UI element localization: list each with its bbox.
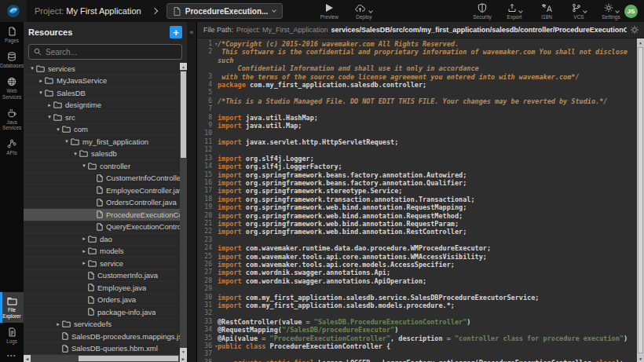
settings-button[interactable]: Settings (601, 2, 621, 20)
code-line: 2 This software is the confidential and … (197, 48, 637, 64)
tree-item-servicedefs[interactable]: ▸servicedefs (24, 319, 180, 331)
expand-arrow-icon[interactable]: ▸ (37, 78, 45, 84)
fold-marker-icon[interactable]: ▾ (214, 342, 218, 350)
tree-file-icon (62, 332, 68, 340)
search-input[interactable] (46, 48, 177, 57)
tree-item-orders-java[interactable]: Orders.java (24, 294, 180, 307)
code-text: import org.springframework.web.bind.anno… (218, 228, 637, 236)
editor-vscroll-thumb[interactable] (638, 47, 643, 353)
collapse-panel-button[interactable]: « (187, 22, 196, 36)
tree-vscroll-thumb[interactable] (181, 71, 186, 158)
code-text: Confidential Information and shall use i… (218, 64, 637, 72)
tree-item-service[interactable]: ▸service (24, 258, 180, 270)
deploy-button[interactable]: Deploy (353, 2, 374, 20)
collapse-arrow-icon[interactable]: ▾ (63, 138, 71, 144)
i18n-button[interactable]: I18N (536, 2, 557, 20)
line-number: 25 (197, 253, 218, 261)
expand-arrow-icon[interactable]: ▸ (54, 321, 62, 327)
tree-item-label: CustomerInfoController.java (106, 174, 180, 182)
expand-arrow-icon[interactable]: ▸ (80, 248, 88, 254)
settings-label: Settings (602, 14, 620, 20)
tree-item-queryexecutioncontroller-java[interactable]: QueryExecutionController.java (24, 221, 180, 234)
collapse-arrow-icon[interactable]: ▾ (71, 151, 79, 157)
collapse-arrow-icon[interactable]: ▾ (37, 90, 45, 96)
collapse-arrow-icon[interactable]: ▾ (54, 126, 62, 133)
deploy-icon-row (355, 2, 372, 13)
tree-item-dao[interactable]: ▸dao (24, 233, 180, 246)
sidebar-item-label: Logs (6, 338, 17, 344)
tree-item-com[interactable]: ▾com (24, 124, 180, 137)
code-text: import org.springframework.web.bind.anno… (218, 212, 637, 220)
tree-item-customerinfocontroller-java[interactable]: CustomerInfoController.java (24, 173, 180, 185)
scroll-right-button[interactable]: ▶ (180, 355, 187, 362)
code-text: import com.wavemaker.tools.api.core.anno… (218, 253, 637, 261)
tree-item-employeecontroller-java[interactable]: EmployeeController.java (24, 185, 180, 197)
tree-vertical-scrollbar: ▲ ▼ (180, 63, 187, 355)
sidebar-item-pages[interactable]: Pages (0, 22, 24, 47)
vcs-button[interactable]: VCS (569, 2, 589, 20)
sidebar-item-apis[interactable]: APIs (0, 134, 24, 159)
code-line: 16import org.springframework.beans.facto… (197, 179, 637, 187)
sidebar-top-group: PagesDatabasesWeb ServicesJava ServicesA… (0, 22, 24, 160)
tree-item-myjavaservice[interactable]: ▸MyJavaService (24, 75, 180, 88)
scroll-left-button[interactable]: ◀ (24, 355, 31, 362)
user-avatar[interactable]: JS (624, 5, 638, 18)
tree-item-package-info-java[interactable]: package-info.java (24, 306, 180, 319)
collapse-arrow-icon[interactable]: ▾ (28, 65, 36, 71)
tree-item-salesdb-queries-hbm-xml[interactable]: SalesDB-queries.hbm.xml (24, 343, 180, 356)
tree-hscroll-thumb[interactable] (79, 356, 178, 361)
export-button[interactable]: Export (504, 2, 525, 20)
expand-arrow-icon[interactable]: ▸ (80, 236, 88, 242)
code-text: import org.springframework.web.bind.anno… (218, 203, 637, 211)
tree-item-customerinfo-java[interactable]: CustomerInfo.java (24, 270, 180, 283)
file-path-bar: File Path: Project: My_First_Application… (197, 22, 644, 38)
expand-arrow-icon[interactable]: ▸ (80, 260, 88, 266)
tree-item-label: models (100, 247, 124, 255)
sidebar-item-web-services[interactable]: Web Services (0, 72, 24, 103)
tree-item-label: dao (100, 235, 112, 243)
code-line: 33@RestController(value = "SalesDB.Proce… (197, 318, 637, 326)
preview-button[interactable]: Preview (319, 2, 339, 20)
add-resource-button[interactable]: + (170, 26, 182, 38)
tree-item-salesdb[interactable]: ▾salesdb (24, 148, 180, 161)
tree-item-label: package-info.java (97, 308, 156, 316)
tree-item-label: src (65, 113, 75, 122)
tree-item-salesdb[interactable]: ▾SalesDB (24, 87, 180, 100)
line-number: 13 (197, 155, 218, 163)
tree-item-designtime[interactable]: ▸designtime (24, 100, 180, 112)
expand-arrow-icon[interactable]: ▸ (46, 102, 53, 108)
tree-item-controller[interactable]: ▾controller (24, 160, 180, 173)
collapse-arrow-icon[interactable]: ▾ (80, 163, 88, 169)
sidebar-more-button[interactable]: ••• (0, 348, 24, 362)
code-line: 9import java.util.Map; (197, 122, 637, 130)
editor-settings-gear-icon[interactable] (630, 25, 639, 35)
chevron-down-icon (583, 9, 587, 13)
code-text: public class ProcedureExecutionControlle… (218, 342, 637, 350)
editor-scroll-down-button[interactable]: ▼ (637, 355, 644, 362)
tree-item-services[interactable]: ▾services (24, 63, 180, 75)
globe-icon (7, 77, 16, 86)
security-button[interactable]: Security (472, 2, 492, 20)
open-file-dropdown[interactable]: ProcedureExecution... (166, 3, 284, 19)
file-tree-rows: ▾services▸MyJavaService▾SalesDB▸designti… (24, 63, 180, 355)
wavemaker-studio-window: Project: My First Application ProcedureE… (0, 0, 644, 362)
tree-item-orderscontroller-java[interactable]: OrdersController.java (24, 197, 180, 210)
tree-item-employee-java[interactable]: Employee.java (24, 282, 180, 294)
sidebar-item-java-services[interactable]: Java Services (0, 104, 24, 134)
scroll-up-button[interactable]: ▲ (180, 63, 187, 70)
tree-item-src[interactable]: ▾src (24, 112, 180, 124)
tree-item-procedureexecutioncontroller-java[interactable]: ProcedureExecutionController.java (24, 209, 180, 221)
tree-item-my-first-application[interactable]: ▾my_first_application (24, 136, 180, 148)
scroll-down-button[interactable]: ▼ (180, 348, 187, 355)
tree-item-models[interactable]: ▸models (24, 246, 180, 258)
sidebar-item-logs[interactable]: Logs (0, 323, 24, 348)
code-line: 8import java.util.HashMap; (197, 114, 637, 122)
tree-item-salesdb-procedures-mappings-json[interactable]: SalesDB-procedures.mappings.json (24, 331, 180, 343)
line-number: 7 (197, 105, 218, 113)
fold-marker-icon[interactable]: ▾ (214, 40, 218, 48)
editor-scroll-up-button[interactable]: ▲ (637, 38, 644, 46)
collapse-arrow-icon[interactable]: ▾ (46, 114, 53, 120)
sidebar-item-file-explorer[interactable]: File Explorer (0, 292, 24, 322)
code-editor[interactable]: 1▾/*Copyright (c) 2015-2016 wavemaker.co… (197, 38, 644, 362)
sidebar-item-databases[interactable]: Databases (0, 47, 24, 72)
